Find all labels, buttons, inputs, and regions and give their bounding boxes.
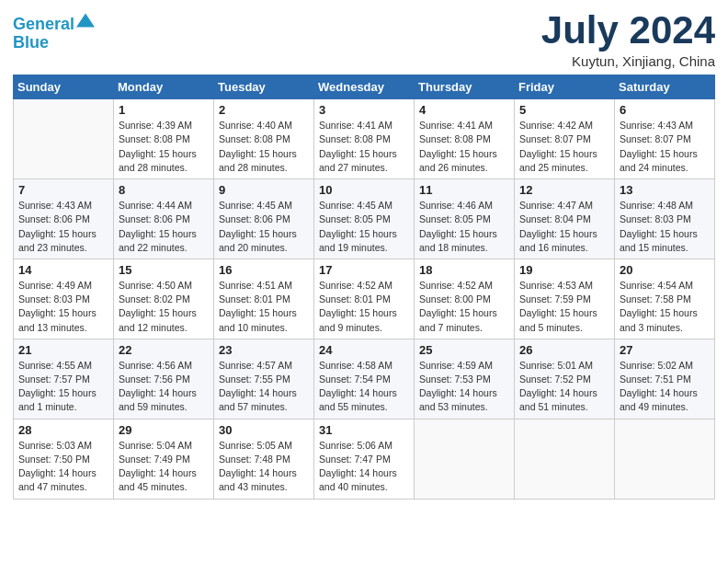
day-info: Sunrise: 4:47 AM Sunset: 8:04 PM Dayligh… <box>519 199 609 255</box>
day-cell: 21Sunrise: 4:55 AM Sunset: 7:57 PM Dayli… <box>14 339 114 419</box>
day-number: 5 <box>519 103 609 117</box>
day-number: 16 <box>219 263 309 277</box>
day-info: Sunrise: 4:56 AM Sunset: 7:56 PM Dayligh… <box>119 359 209 415</box>
day-info: Sunrise: 5:04 AM Sunset: 7:49 PM Dayligh… <box>119 439 209 495</box>
day-info: Sunrise: 5:03 AM Sunset: 7:50 PM Dayligh… <box>18 439 108 495</box>
day-number: 30 <box>219 423 309 437</box>
day-number: 18 <box>419 263 509 277</box>
day-cell: 22Sunrise: 4:56 AM Sunset: 7:56 PM Dayli… <box>114 339 214 419</box>
header: General Blue July 2024 Kuytun, Xinjiang,… <box>13 9 715 69</box>
day-number: 25 <box>419 343 509 357</box>
day-number: 24 <box>319 343 409 357</box>
day-cell: 6Sunrise: 4:43 AM Sunset: 8:07 PM Daylig… <box>615 99 715 179</box>
day-number: 4 <box>419 103 509 117</box>
day-info: Sunrise: 4:58 AM Sunset: 7:54 PM Dayligh… <box>319 359 409 415</box>
day-info: Sunrise: 5:05 AM Sunset: 7:48 PM Dayligh… <box>219 439 309 495</box>
day-number: 8 <box>119 183 209 197</box>
day-cell: 14Sunrise: 4:49 AM Sunset: 8:03 PM Dayli… <box>14 259 114 339</box>
day-cell <box>14 99 114 179</box>
day-number: 20 <box>620 263 710 277</box>
day-info: Sunrise: 5:02 AM Sunset: 7:51 PM Dayligh… <box>620 359 710 415</box>
logo: General Blue <box>13 13 95 52</box>
page: General Blue July 2024 Kuytun, Xinjiang,… <box>0 0 728 563</box>
day-number: 13 <box>620 183 710 197</box>
day-cell: 20Sunrise: 4:54 AM Sunset: 7:58 PM Dayli… <box>615 259 715 339</box>
day-number: 26 <box>519 343 609 357</box>
day-number: 31 <box>319 423 409 437</box>
day-info: Sunrise: 4:43 AM Sunset: 8:06 PM Dayligh… <box>18 199 108 255</box>
week-row-2: 7Sunrise: 4:43 AM Sunset: 8:06 PM Daylig… <box>14 179 715 259</box>
day-cell: 29Sunrise: 5:04 AM Sunset: 7:49 PM Dayli… <box>114 419 214 499</box>
day-info: Sunrise: 4:43 AM Sunset: 8:07 PM Dayligh… <box>620 119 710 175</box>
day-number: 19 <box>519 263 609 277</box>
day-cell: 27Sunrise: 5:02 AM Sunset: 7:51 PM Dayli… <box>615 339 715 419</box>
logo-blue: Blue <box>13 33 49 52</box>
month-title: July 2024 <box>541 9 715 52</box>
day-cell: 4Sunrise: 4:41 AM Sunset: 8:08 PM Daylig… <box>415 99 515 179</box>
day-cell: 12Sunrise: 4:47 AM Sunset: 8:04 PM Dayli… <box>515 179 615 259</box>
day-cell: 7Sunrise: 4:43 AM Sunset: 8:06 PM Daylig… <box>14 179 114 259</box>
day-cell: 24Sunrise: 4:58 AM Sunset: 7:54 PM Dayli… <box>314 339 415 419</box>
weekday-header-saturday: Saturday <box>615 75 715 99</box>
day-number: 1 <box>119 103 209 117</box>
day-number: 12 <box>519 183 609 197</box>
day-info: Sunrise: 4:45 AM Sunset: 8:06 PM Dayligh… <box>219 199 309 255</box>
weekday-header-row: SundayMondayTuesdayWednesdayThursdayFrid… <box>14 75 715 99</box>
day-info: Sunrise: 5:06 AM Sunset: 7:47 PM Dayligh… <box>319 439 409 495</box>
day-info: Sunrise: 4:49 AM Sunset: 8:03 PM Dayligh… <box>18 279 108 335</box>
day-number: 7 <box>18 183 108 197</box>
day-number: 27 <box>620 343 710 357</box>
location: Kuytun, Xinjiang, China <box>541 53 715 69</box>
day-cell: 28Sunrise: 5:03 AM Sunset: 7:50 PM Dayli… <box>14 419 114 499</box>
logo-general: General <box>13 15 74 33</box>
week-row-5: 28Sunrise: 5:03 AM Sunset: 7:50 PM Dayli… <box>14 419 715 499</box>
day-info: Sunrise: 4:51 AM Sunset: 8:01 PM Dayligh… <box>219 279 309 335</box>
day-info: Sunrise: 4:45 AM Sunset: 8:05 PM Dayligh… <box>319 199 409 255</box>
day-info: Sunrise: 4:57 AM Sunset: 7:55 PM Dayligh… <box>219 359 309 415</box>
day-number: 15 <box>119 263 209 277</box>
logo-icon <box>76 11 95 29</box>
day-cell: 1Sunrise: 4:39 AM Sunset: 8:08 PM Daylig… <box>114 99 214 179</box>
title-block: July 2024 Kuytun, Xinjiang, China <box>541 9 715 69</box>
day-cell: 23Sunrise: 4:57 AM Sunset: 7:55 PM Dayli… <box>214 339 314 419</box>
day-cell: 11Sunrise: 4:46 AM Sunset: 8:05 PM Dayli… <box>415 179 515 259</box>
day-number: 6 <box>620 103 710 117</box>
day-cell: 25Sunrise: 4:59 AM Sunset: 7:53 PM Dayli… <box>415 339 515 419</box>
day-cell: 10Sunrise: 4:45 AM Sunset: 8:05 PM Dayli… <box>314 179 415 259</box>
day-number: 9 <box>219 183 309 197</box>
day-number: 21 <box>18 343 108 357</box>
day-number: 28 <box>18 423 108 437</box>
day-number: 14 <box>18 263 108 277</box>
week-row-3: 14Sunrise: 4:49 AM Sunset: 8:03 PM Dayli… <box>14 259 715 339</box>
day-info: Sunrise: 4:48 AM Sunset: 8:03 PM Dayligh… <box>620 199 710 255</box>
day-cell: 17Sunrise: 4:52 AM Sunset: 8:01 PM Dayli… <box>314 259 415 339</box>
day-cell: 9Sunrise: 4:45 AM Sunset: 8:06 PM Daylig… <box>214 179 314 259</box>
day-info: Sunrise: 4:44 AM Sunset: 8:06 PM Dayligh… <box>119 199 209 255</box>
day-info: Sunrise: 4:40 AM Sunset: 8:08 PM Dayligh… <box>219 119 309 175</box>
day-number: 22 <box>119 343 209 357</box>
day-cell: 16Sunrise: 4:51 AM Sunset: 8:01 PM Dayli… <box>214 259 314 339</box>
day-info: Sunrise: 4:52 AM Sunset: 8:00 PM Dayligh… <box>419 279 509 335</box>
day-number: 17 <box>319 263 409 277</box>
day-number: 2 <box>219 103 309 117</box>
day-number: 23 <box>219 343 309 357</box>
week-row-1: 1Sunrise: 4:39 AM Sunset: 8:08 PM Daylig… <box>14 99 715 179</box>
day-info: Sunrise: 4:59 AM Sunset: 7:53 PM Dayligh… <box>419 359 509 415</box>
day-cell: 13Sunrise: 4:48 AM Sunset: 8:03 PM Dayli… <box>615 179 715 259</box>
day-cell: 30Sunrise: 5:05 AM Sunset: 7:48 PM Dayli… <box>214 419 314 499</box>
day-info: Sunrise: 4:52 AM Sunset: 8:01 PM Dayligh… <box>319 279 409 335</box>
day-info: Sunrise: 4:39 AM Sunset: 8:08 PM Dayligh… <box>119 119 209 175</box>
day-cell <box>615 419 715 499</box>
day-info: Sunrise: 4:54 AM Sunset: 7:58 PM Dayligh… <box>620 279 710 335</box>
day-cell: 3Sunrise: 4:41 AM Sunset: 8:08 PM Daylig… <box>314 99 415 179</box>
day-cell: 31Sunrise: 5:06 AM Sunset: 7:47 PM Dayli… <box>314 419 415 499</box>
day-cell: 15Sunrise: 4:50 AM Sunset: 8:02 PM Dayli… <box>114 259 214 339</box>
day-info: Sunrise: 4:41 AM Sunset: 8:08 PM Dayligh… <box>319 119 409 175</box>
day-cell: 8Sunrise: 4:44 AM Sunset: 8:06 PM Daylig… <box>114 179 214 259</box>
day-info: Sunrise: 4:55 AM Sunset: 7:57 PM Dayligh… <box>18 359 108 415</box>
day-number: 11 <box>419 183 509 197</box>
day-info: Sunrise: 4:41 AM Sunset: 8:08 PM Dayligh… <box>419 119 509 175</box>
day-cell: 2Sunrise: 4:40 AM Sunset: 8:08 PM Daylig… <box>214 99 314 179</box>
weekday-header-thursday: Thursday <box>415 75 515 99</box>
day-cell: 18Sunrise: 4:52 AM Sunset: 8:00 PM Dayli… <box>415 259 515 339</box>
